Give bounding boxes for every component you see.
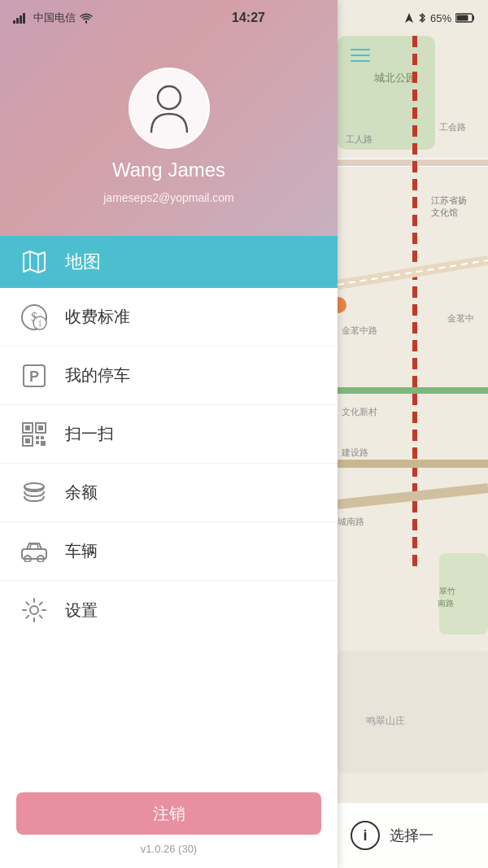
map-label: 地图: [65, 250, 101, 274]
map-menu-button[interactable]: [351, 49, 370, 62]
sidebar-item-map[interactable]: 地图: [0, 236, 338, 288]
sidebar-item-parking[interactable]: P 我的停车: [0, 347, 338, 405]
parking-label: 我的停车: [65, 364, 130, 386]
logout-button[interactable]: 注销: [16, 792, 321, 835]
sidebar-item-scan[interactable]: 扫一扫: [0, 405, 338, 464]
pricing-label: 收费标准: [65, 306, 130, 328]
svg-rect-44: [41, 441, 46, 446]
svg-text:P: P: [29, 369, 39, 385]
sidebar-bottom: 注销 v1.0.26 (30): [0, 776, 338, 868]
sidebar-drawer: Wang James jameseps2@yopmail.com 地图 $ 1: [0, 0, 338, 868]
status-left: 中国电信: [13, 11, 93, 25]
svg-rect-55: [456, 15, 468, 21]
status-bar: 中国电信 14:27 65%: [0, 0, 488, 36]
map-bottom-info: i 选择一: [338, 803, 488, 868]
bluetooth-icon: [418, 12, 426, 24]
svg-rect-51: [16, 18, 19, 24]
hamburger-line-2: [351, 55, 370, 56]
balance-icon: [20, 478, 49, 508]
hamburger-line-3: [351, 60, 370, 62]
svg-rect-43: [36, 441, 39, 444]
balance-label: 余额: [65, 482, 98, 504]
menu-list: $ 1 收费标准 P 我的停车: [0, 288, 338, 776]
battery-label: 65%: [430, 12, 451, 24]
map-icon: [20, 247, 49, 277]
qr-scan-icon: [20, 420, 49, 449]
settings-label: 设置: [65, 600, 98, 622]
svg-rect-52: [20, 15, 22, 24]
sidebar-item-settings[interactable]: 设置: [0, 581, 338, 639]
pricing-icon: $ 1: [20, 303, 49, 332]
info-icon[interactable]: i: [351, 821, 380, 850]
svg-rect-42: [41, 436, 44, 439]
sidebar-item-balance[interactable]: 余额: [0, 464, 338, 522]
signal-icon: [13, 12, 29, 24]
wifi-icon: [80, 12, 93, 24]
map-overlay: i 选择一: [338, 0, 488, 868]
svg-point-45: [24, 483, 44, 490]
svg-point-26: [158, 86, 181, 109]
avatar: [129, 68, 210, 149]
vehicle-label: 车辆: [65, 540, 98, 562]
version-label: v1.0.26 (30): [16, 843, 321, 855]
user-name: Wang James: [112, 159, 225, 181]
svg-rect-41: [36, 436, 39, 439]
svg-rect-50: [13, 20, 15, 24]
vehicle-icon: [20, 537, 49, 566]
svg-point-49: [30, 606, 38, 614]
parking-icon: P: [20, 361, 49, 390]
location-icon: [404, 12, 414, 24]
svg-text:1: 1: [38, 319, 42, 328]
carrier-label: 中国电信: [33, 11, 76, 25]
hamburger-line-1: [351, 49, 370, 50]
svg-rect-36: [25, 425, 30, 430]
status-time: 14:27: [232, 11, 265, 25]
settings-icon: [20, 595, 49, 625]
battery-icon: [455, 13, 475, 23]
svg-rect-38: [38, 425, 43, 430]
svg-rect-40: [25, 438, 30, 443]
select-text: 选择一: [390, 826, 434, 845]
sidebar-item-vehicle[interactable]: 车辆: [0, 522, 338, 581]
scan-label: 扫一扫: [65, 423, 114, 445]
status-right: 65%: [404, 12, 475, 24]
svg-rect-53: [23, 13, 25, 24]
user-email: jameseps2@yopmail.com: [103, 191, 234, 204]
sidebar-item-pricing[interactable]: $ 1 收费标准: [0, 288, 338, 347]
